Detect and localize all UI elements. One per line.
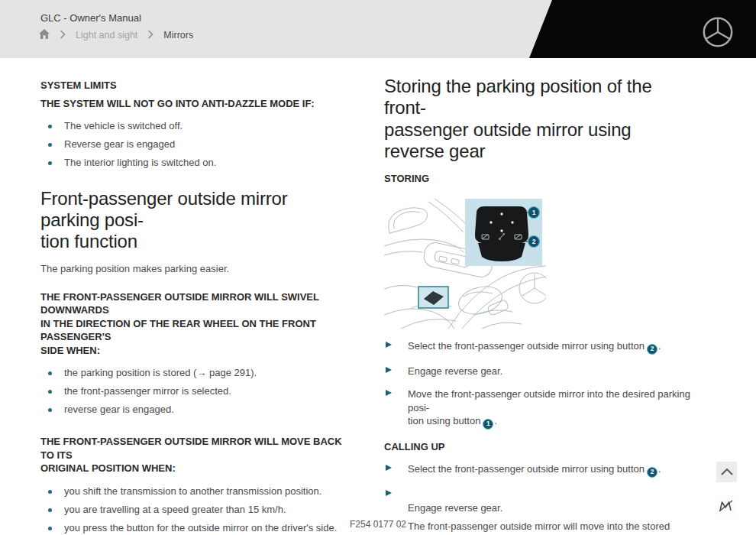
chevron-right-icon: [60, 30, 66, 41]
figure-reference-code: F254 0177 02: [0, 519, 756, 530]
step-text: Engage reverse gear.: [408, 502, 502, 514]
step-item: Select the front-passenger outside mirro…: [384, 339, 693, 355]
list-item: you are travelling at a speed greater th…: [40, 504, 349, 517]
dot-icon: [48, 161, 52, 165]
step-text-end: .: [658, 340, 661, 352]
step-text-end: .: [494, 415, 497, 426]
triangle-right-icon: [384, 365, 408, 378]
list-item-text: the front-passenger mirror is selected.: [64, 385, 231, 397]
subheading-anti-dazzle: THE SYSTEM WILL NOT GO INTO ANTI-DAZZLE …: [40, 97, 349, 111]
chevron-right-icon: [147, 30, 153, 41]
dot-icon: [48, 371, 52, 375]
page-title-storing-parking-position: Storing the parking position of the fron…: [384, 76, 693, 162]
manual-title: GLC - Owner's Manual: [40, 12, 141, 24]
list-item: you shift the transmission to another tr…: [40, 485, 349, 498]
triangle-right-icon: [384, 339, 408, 355]
list-item-text: Reverse gear is engaged: [64, 138, 175, 150]
step-text: Engage reverse gear.: [408, 365, 502, 377]
list-item-text: reverse gear is engaged.: [64, 404, 174, 415]
page-marker-button[interactable]: [716, 496, 737, 517]
right-column: Storing the parking position of the fron…: [384, 76, 693, 535]
home-icon[interactable]: [39, 29, 50, 41]
step-item: Select the front-passenger outside mirro…: [384, 462, 693, 478]
step-item: Engage reverse gear.: [384, 365, 693, 378]
list-item: Reverse gear is engaged: [40, 138, 349, 151]
triangle-right-icon: [384, 387, 408, 430]
owners-manual-page: GLC - Owner's Manual Light and sight Mir…: [0, 0, 756, 535]
m-slash-icon: [719, 500, 734, 514]
mercedes-star-icon: [701, 15, 735, 52]
list-item-text: The interior lighting is switched on.: [64, 157, 216, 168]
section-heading-system-limits: SYSTEM LIMITS: [40, 79, 349, 92]
breadcrumb-item-light-and-sight[interactable]: Light and sight: [76, 30, 137, 41]
svg-text:1: 1: [532, 209, 536, 216]
subheading-swivel: THE FRONT-PASSENGER OUTSIDE MIRROR WILL …: [40, 290, 349, 358]
subheading-move-back: THE FRONT-PASSENGER OUTSIDE MIRROR WILL …: [40, 435, 349, 475]
dot-icon: [48, 508, 52, 512]
breadcrumb: Light and sight Mirrors: [39, 29, 193, 41]
callout-1: 1: [528, 206, 540, 218]
list-item: the front-passenger mirror is selected.: [40, 385, 349, 398]
step-item: Move the front-passenger outside mirror …: [384, 387, 693, 430]
step-text: Select the front-passenger outside mirro…: [408, 340, 645, 352]
chevron-up-icon: [721, 466, 733, 478]
subheading-storing: STORING: [384, 172, 693, 186]
scroll-to-top-button[interactable]: [716, 462, 737, 482]
anti-dazzle-list: The vehicle is switched off. Reverse gea…: [40, 120, 349, 170]
step-text: Select the front-passenger outside mirro…: [408, 463, 645, 475]
swivel-conditions-list: the parking position is stored (→ page 2…: [40, 367, 349, 417]
svg-text:2: 2: [532, 238, 536, 245]
list-item-text: you are travelling at a speed greater th…: [64, 504, 286, 515]
dot-icon: [48, 408, 52, 412]
button-2-badge: 2: [647, 344, 657, 355]
page-title-parking-function: Front-passenger outside mirror parking p…: [40, 188, 349, 253]
intro-text: The parking position makes parking easie…: [40, 263, 349, 274]
callout-2: 2: [528, 235, 540, 247]
dot-icon: [48, 125, 52, 128]
step-text: Move the front-passenger outside mirror …: [408, 388, 690, 426]
breadcrumb-item-mirrors[interactable]: Mirrors: [163, 30, 193, 41]
door-control-illustration: 1 2: [384, 199, 546, 329]
dot-icon: [48, 143, 52, 147]
content-area: SYSTEM LIMITS THE SYSTEM WILL NOT GO INT…: [0, 58, 756, 535]
step-text-end: .: [658, 463, 661, 475]
button-2-badge: 2: [647, 467, 657, 478]
subheading-calling-up: CALLING UP: [384, 440, 693, 454]
left-column: SYSTEM LIMITS THE SYSTEM WILL NOT GO INT…: [40, 79, 349, 535]
list-item: reverse gear is engaged.: [40, 404, 349, 417]
dot-icon: [48, 390, 52, 394]
list-item: The vehicle is switched off.: [40, 120, 349, 133]
list-item-text: you shift the transmission to another tr…: [64, 485, 321, 497]
storing-steps-list: Select the front-passenger outside mirro…: [384, 339, 693, 430]
triangle-right-icon: [384, 462, 408, 478]
list-item-text: The vehicle is switched off.: [64, 120, 183, 131]
list-item: The interior lighting is switched on.: [40, 157, 349, 170]
button-1-badge: 1: [483, 419, 493, 430]
list-item-text: the parking position is stored (→ page 2…: [64, 367, 257, 378]
list-item: the parking position is stored (→ page 2…: [40, 367, 349, 380]
dot-icon: [48, 490, 52, 494]
header-bar: GLC - Owner's Manual Light and sight Mir…: [0, 0, 756, 58]
